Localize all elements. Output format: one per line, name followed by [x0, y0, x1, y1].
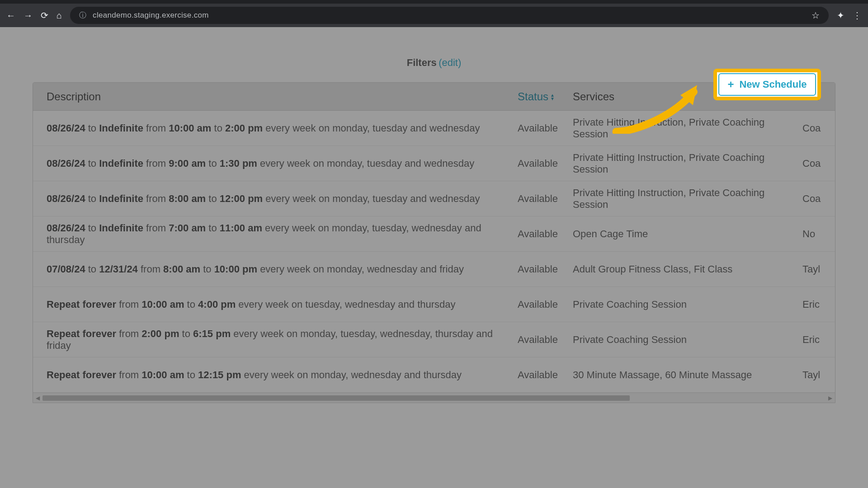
- browser-toolbar: ← → ⟳ ⌂ ⓘ cleandemo.staging.exercise.com…: [0, 4, 868, 27]
- cell-status: Available: [518, 299, 569, 310]
- cell-description: Repeat forever from 10:00 am to 12:15 pm…: [33, 369, 518, 381]
- cell-status: Available: [518, 193, 569, 205]
- scroll-right-icon[interactable]: ▶: [828, 395, 832, 401]
- cell-status: Available: [518, 158, 569, 169]
- cell-services: Private Coaching Session: [569, 334, 802, 346]
- page-stage: Filters (edit) Description Status ▲▼ Ser…: [0, 27, 868, 488]
- table-row[interactable]: 08/26/24 to Indefinite from 9:00 am to 1…: [33, 146, 835, 181]
- horizontal-scrollbar[interactable]: ◀ ▶: [33, 393, 835, 403]
- cell-status: Available: [518, 122, 569, 134]
- cell-description: 08/26/24 to Indefinite from 8:00 am to 1…: [33, 193, 518, 205]
- table-row[interactable]: 08/26/24 to Indefinite from 8:00 am to 1…: [33, 181, 835, 216]
- cell-status: Available: [518, 369, 569, 381]
- cell-description: 07/08/24 to 12/31/24 from 8:00 am to 10:…: [33, 263, 518, 275]
- scroll-left-icon[interactable]: ◀: [36, 395, 40, 401]
- col-header-status-text: Status: [518, 90, 548, 103]
- cell-description: 08/26/24 to Indefinite from 7:00 am to 1…: [33, 222, 518, 246]
- table-row[interactable]: 08/26/24 to Indefinite from 7:00 am to 1…: [33, 216, 835, 252]
- cell-services: Private Hitting Instruction, Private Coa…: [569, 187, 802, 211]
- filters-edit-link[interactable]: (edit): [439, 57, 461, 69]
- table-row[interactable]: Repeat forever from 2:00 pm to 6:15 pm e…: [33, 322, 835, 357]
- forward-icon[interactable]: →: [24, 10, 33, 21]
- table-body: 08/26/24 to Indefinite from 10:00 am to …: [33, 111, 835, 393]
- cell-description: 08/26/24 to Indefinite from 9:00 am to 1…: [33, 158, 518, 169]
- url-text: cleandemo.staging.exercise.com: [93, 11, 209, 20]
- cell-status: Available: [518, 228, 569, 240]
- cell-staff: Coa: [802, 158, 830, 169]
- cell-services: 30 Minute Massage, 60 Minute Massage: [569, 369, 802, 381]
- cell-staff: Tayl: [802, 369, 830, 381]
- cell-staff: Eric: [802, 334, 830, 346]
- table-row[interactable]: 07/08/24 to 12/31/24 from 8:00 am to 10:…: [33, 252, 835, 287]
- col-header-description[interactable]: Description: [33, 90, 518, 103]
- browser-menu-icon[interactable]: ⋮: [853, 10, 862, 21]
- annotation-arrow: [606, 75, 719, 134]
- home-icon[interactable]: ⌂: [57, 10, 62, 21]
- cell-staff: Coa: [802, 193, 830, 205]
- cell-services: Adult Group Fitness Class, Fit Class: [569, 263, 802, 275]
- cell-status: Available: [518, 263, 569, 275]
- cell-status: Available: [518, 334, 569, 346]
- new-schedule-button[interactable]: + New Schedule: [718, 73, 816, 96]
- cell-description: Repeat forever from 10:00 am to 4:00 pm …: [33, 299, 518, 310]
- cell-services: Private Hitting Instruction, Private Coa…: [569, 152, 802, 175]
- new-schedule-highlight: + New Schedule: [713, 69, 821, 100]
- cell-description: Repeat forever from 2:00 pm to 6:15 pm e…: [33, 328, 518, 352]
- sort-icon: ▲▼: [550, 94, 555, 101]
- scroll-track[interactable]: [42, 395, 826, 401]
- back-icon[interactable]: ←: [6, 10, 15, 21]
- col-header-status[interactable]: Status ▲▼: [518, 90, 569, 103]
- cell-description: 08/26/24 to Indefinite from 10:00 am to …: [33, 122, 518, 134]
- table-row[interactable]: Repeat forever from 10:00 am to 12:15 pm…: [33, 357, 835, 393]
- cell-staff: Tayl: [802, 263, 830, 275]
- tab-strip: [0, 0, 868, 4]
- cell-staff: Eric: [802, 299, 830, 310]
- reload-icon[interactable]: ⟳: [41, 10, 48, 21]
- browser-chrome: ← → ⟳ ⌂ ⓘ cleandemo.staging.exercise.com…: [0, 0, 868, 27]
- cell-services: Private Coaching Session: [569, 299, 802, 310]
- bookmark-star-icon[interactable]: ☆: [811, 10, 820, 21]
- cell-staff: No: [802, 228, 830, 240]
- filters-label: Filters: [407, 57, 437, 69]
- site-info-icon[interactable]: ⓘ: [79, 11, 86, 20]
- table-row[interactable]: Repeat forever from 10:00 am to 4:00 pm …: [33, 287, 835, 322]
- cell-services: Open Cage Time: [569, 228, 802, 240]
- extensions-icon[interactable]: ✦: [837, 10, 844, 21]
- new-schedule-label: New Schedule: [739, 79, 807, 90]
- plus-icon: +: [727, 78, 734, 91]
- scroll-thumb[interactable]: [42, 395, 630, 401]
- cell-staff: Coa: [802, 122, 830, 134]
- address-bar[interactable]: ⓘ cleandemo.staging.exercise.com ☆: [70, 7, 829, 24]
